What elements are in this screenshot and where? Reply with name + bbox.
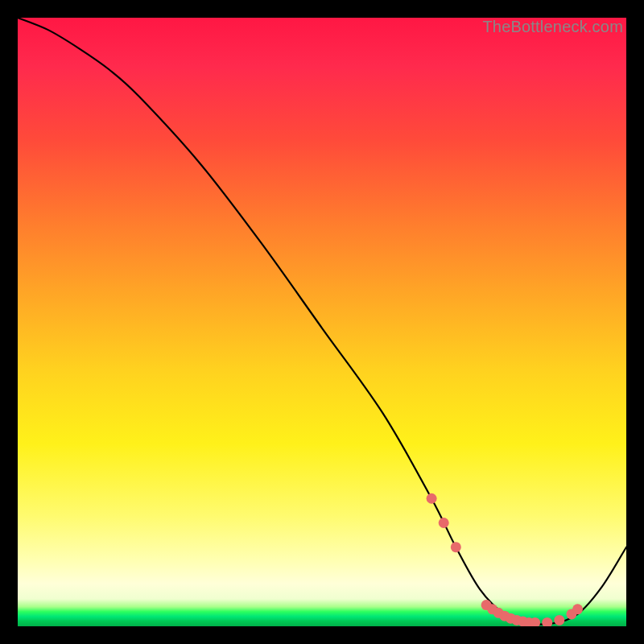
marker-dot	[542, 617, 552, 626]
marker-dot	[554, 615, 564, 625]
marker-dot	[572, 604, 583, 614]
curve-group	[18, 18, 626, 626]
marker-group	[427, 493, 583, 626]
plot-area: TheBottleneck.com	[18, 18, 626, 626]
chart-svg	[18, 18, 626, 626]
marker-dot	[451, 542, 461, 552]
chart-frame: TheBottleneck.com	[0, 0, 644, 644]
marker-dot	[427, 493, 437, 504]
marker-dot	[439, 518, 449, 528]
bottleneck-curve	[18, 18, 626, 625]
